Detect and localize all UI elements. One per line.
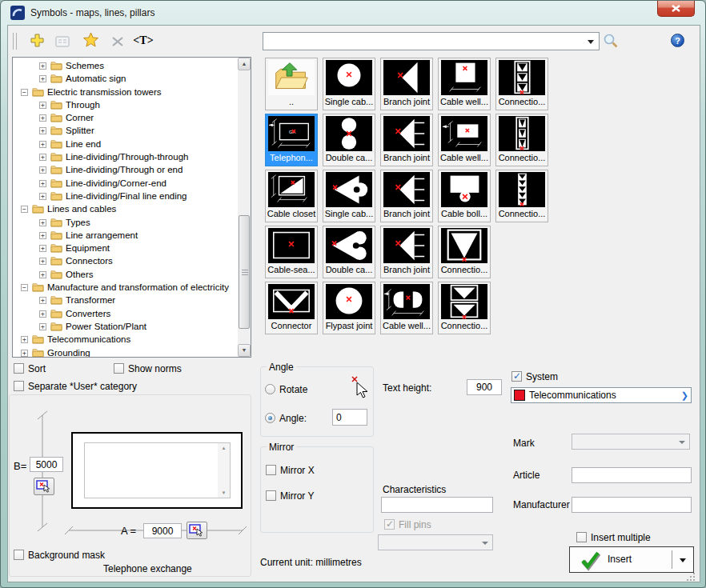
symbol-tile-connection-double[interactable]: Connectio... — [438, 282, 491, 334]
pick-b-from-drawing-button[interactable] — [34, 478, 54, 495]
angle-value-input[interactable] — [332, 409, 367, 426]
expand-icon[interactable]: + — [21, 350, 28, 357]
tree-item[interactable]: +Automatic sign — [13, 72, 251, 85]
expand-icon[interactable]: + — [39, 180, 46, 187]
tree-item[interactable]: +Equipment — [13, 242, 251, 254]
tree-item[interactable]: +Types — [13, 216, 251, 229]
insert-dropdown-arrow-icon[interactable] — [680, 558, 686, 562]
expand-icon[interactable]: + — [39, 75, 46, 82]
expand-icon[interactable]: + — [39, 114, 46, 122]
symbol-tile-branch-joint[interactable]: Branch joint — [380, 58, 433, 110]
symbol-tile-cable-bollard[interactable]: Cable boll... — [438, 170, 491, 222]
article-input[interactable] — [572, 467, 692, 483]
background-mask-checkbox[interactable] — [14, 550, 24, 560]
rotate-radio[interactable] — [265, 384, 275, 394]
help-button[interactable]: ? — [671, 34, 684, 47]
symbol-tile-single-cable[interactable]: Single cab... — [323, 58, 375, 110]
tree-item[interactable]: +Splitter — [13, 124, 251, 137]
toolbar-drag-handle[interactable] — [13, 33, 17, 50]
tree-item[interactable]: +Transformer — [13, 294, 251, 306]
symbol-tile-branch-joint-lines[interactable]: Branch joint — [380, 114, 433, 166]
add-symbol-button[interactable] — [27, 32, 46, 51]
symbol-tile-double-cable-2[interactable]: Double ca... — [323, 226, 375, 278]
symbol-tile-connection-big[interactable]: Connectio... — [438, 226, 491, 278]
tree-item[interactable]: +Line-dividing/Through or end — [13, 163, 251, 176]
b-dimension-input[interactable] — [30, 457, 63, 472]
expand-icon[interactable]: + — [39, 102, 46, 109]
expand-icon[interactable]: + — [39, 245, 46, 252]
characteristics-input[interactable] — [381, 497, 493, 513]
expand-icon[interactable]: + — [39, 127, 46, 134]
insert-button[interactable]: Insert — [569, 546, 694, 573]
favorites-button[interactable] — [81, 31, 100, 50]
symbol-tile-single-cable-2[interactable]: Single cab... — [323, 170, 375, 222]
search-dropdown-arrow-icon[interactable] — [588, 40, 594, 44]
symbol-tile-flypast-joint[interactable]: Flypast joint — [323, 282, 375, 334]
tree-scroll-up-icon[interactable]: ▲ — [238, 58, 251, 70]
expand-icon[interactable]: + — [39, 232, 46, 239]
tree-scrollbar-thumb[interactable] — [239, 215, 250, 329]
tree-item[interactable]: +Schemes — [13, 59, 251, 72]
tree-scroll-down-icon[interactable]: ▼ — [238, 344, 251, 357]
system-combobox[interactable]: Telecommunications ❯ — [511, 387, 692, 403]
symbol-tile-branch-joint-lines[interactable]: Branch joint — [380, 170, 433, 222]
symbol-tile-branch-joint-lines[interactable]: Branch joint — [380, 226, 433, 278]
mirror-y-checkbox[interactable] — [266, 490, 276, 501]
tree-item[interactable]: −Electric transmission towers — [13, 86, 251, 98]
symbol-tile-cable-closet[interactable]: Cable closet — [265, 170, 318, 222]
pick-a-from-drawing-button[interactable] — [187, 522, 207, 539]
expand-icon[interactable]: + — [39, 297, 46, 304]
insert-multiple-checkbox[interactable] — [576, 532, 587, 542]
search-icon[interactable] — [603, 33, 619, 51]
search-input[interactable] — [265, 34, 584, 48]
collapse-icon[interactable]: − — [21, 284, 28, 291]
symbol-tile-cable-well-2[interactable]: Cable well... — [438, 114, 491, 166]
resize-grip[interactable] — [686, 572, 696, 584]
angle-radio[interactable] — [265, 413, 275, 423]
tree-item[interactable]: +Grounding — [13, 346, 251, 358]
symbol-tile-cable-well-3[interactable]: Cable well... — [380, 282, 433, 334]
tree-item[interactable]: +Line arrangement — [13, 229, 251, 242]
collapse-icon[interactable]: − — [21, 206, 28, 213]
symbol-tile-up-folder[interactable]: .. — [265, 58, 318, 110]
collapse-icon[interactable]: − — [21, 89, 28, 96]
separate-user-category-checkbox[interactable] — [14, 381, 24, 391]
tree-item[interactable]: +Line-dividing/Through-through — [13, 150, 251, 163]
close-button[interactable] — [657, 1, 695, 17]
expand-icon[interactable]: + — [39, 310, 46, 318]
delete-button[interactable] — [108, 33, 127, 52]
preview-scrollbar[interactable]: ▲ ▼ — [218, 443, 230, 498]
tree-item[interactable]: −Manufacture and transformation of elect… — [13, 281, 251, 294]
symbol-tile-telephone-exchange[interactable]: GATelephon... — [265, 114, 318, 166]
show-norms-checkbox[interactable] — [114, 363, 124, 374]
symbol-tile-connection[interactable]: Connectio... — [495, 58, 548, 110]
tree-item[interactable]: +Converters — [13, 307, 251, 320]
properties-button[interactable] — [53, 33, 72, 52]
expand-icon[interactable]: + — [39, 166, 46, 174]
symbol-tile-connection-2[interactable]: Connectio... — [495, 114, 548, 166]
tree-item[interactable]: +Line-dividing/Corner-end — [13, 177, 251, 190]
a-dimension-input[interactable] — [143, 523, 182, 538]
symbol-tile-connector[interactable]: Connector — [265, 282, 318, 334]
text-attribute-button[interactable]: <T> — [134, 31, 153, 50]
expand-icon[interactable]: + — [39, 154, 46, 161]
text-height-input[interactable] — [467, 379, 502, 395]
symbol-tile-double-cable[interactable]: Double ca... — [323, 114, 375, 166]
tree-item[interactable]: +Connectors — [13, 254, 251, 267]
preview-scroll-down-icon[interactable]: ▼ — [218, 488, 230, 498]
preview-scroll-up-icon[interactable]: ▲ — [218, 443, 230, 453]
expand-icon[interactable]: + — [39, 141, 46, 148]
expand-icon[interactable]: + — [39, 323, 46, 330]
tree-item[interactable]: +Power Station/Plant — [13, 320, 251, 333]
tree-item[interactable]: +Others — [13, 268, 251, 281]
expand-icon[interactable]: + — [39, 258, 46, 265]
expand-icon[interactable]: + — [21, 336, 28, 343]
search-combobox[interactable] — [263, 32, 600, 50]
combo-chevron-icon[interactable]: ❯ — [681, 390, 688, 401]
symbol-tile-cable-seal[interactable]: Cable-sea... — [265, 226, 318, 278]
manufacturer-input[interactable] — [572, 497, 692, 513]
symbol-tile-cable-well[interactable]: Cable well... — [438, 58, 491, 110]
tree-item[interactable]: +Line end — [13, 138, 251, 150]
tree-item[interactable]: +Corner — [13, 111, 251, 124]
tree-item[interactable]: +Telecommunications — [13, 333, 251, 346]
